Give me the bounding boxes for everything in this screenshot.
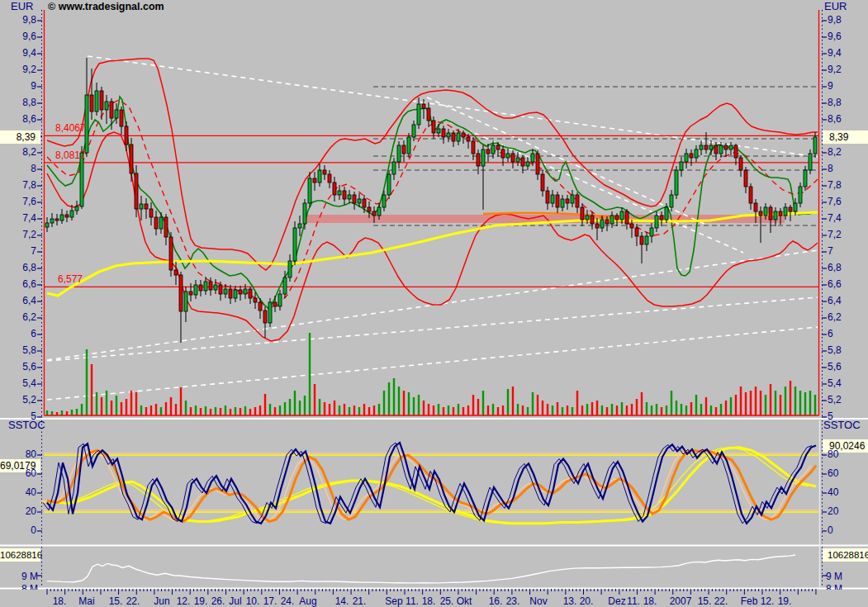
candle-body <box>447 133 450 137</box>
candle-body <box>224 289 227 294</box>
candle-body <box>734 145 738 158</box>
candle-body <box>675 170 678 195</box>
candle-body <box>521 158 524 166</box>
candle-body <box>744 170 747 187</box>
volume-bar <box>581 405 583 415</box>
candle-body <box>377 207 381 216</box>
volume-bar <box>804 392 806 415</box>
candle-body <box>338 191 341 195</box>
volume-bar <box>715 407 717 415</box>
trendline-dashed <box>88 56 818 157</box>
volume-tick-9m-left: 9 M <box>0 571 38 582</box>
candle-body <box>363 199 366 207</box>
candle-body <box>536 154 539 174</box>
volume-bar <box>76 409 78 415</box>
volume-bar <box>249 409 251 415</box>
volume-bar <box>730 397 732 415</box>
hline-label-8-4067: 8,4067 <box>55 122 86 134</box>
volume-bar <box>681 404 682 415</box>
trendline-dashed <box>47 297 818 361</box>
candle-body <box>149 209 153 217</box>
volume-bar <box>418 395 420 415</box>
volume-bar <box>438 404 439 415</box>
volume-bar <box>760 391 761 415</box>
volume-bar <box>254 407 256 415</box>
volume-bar <box>66 411 68 415</box>
volume-bar <box>661 407 662 415</box>
volume-bar <box>299 401 301 415</box>
volume-bar <box>106 391 107 415</box>
candle-body <box>630 224 633 228</box>
candle-body <box>670 195 673 207</box>
candle-body <box>254 298 257 302</box>
volume-bar <box>809 391 811 415</box>
volume-bar <box>96 392 97 415</box>
volume-bar <box>547 404 548 415</box>
volume-bar <box>309 333 311 415</box>
candle-body <box>789 207 792 211</box>
candle-body <box>799 187 802 203</box>
candle-body <box>491 145 495 154</box>
volume-bar <box>467 405 469 415</box>
volume-bar <box>462 407 464 415</box>
candle-body <box>769 207 772 220</box>
candle-body <box>298 224 301 228</box>
volume-bar <box>720 404 722 415</box>
volume-bar <box>61 410 63 415</box>
candle-body <box>645 236 648 244</box>
candle-body <box>179 275 183 311</box>
candle-body <box>620 211 624 220</box>
candle-body <box>437 129 440 133</box>
volume-bar <box>794 386 796 415</box>
candle-body <box>581 207 584 220</box>
candle-body <box>764 207 767 216</box>
volume-value-label-right: 10628816 <box>823 548 868 562</box>
candle-body <box>60 215 64 221</box>
volume-bar <box>567 405 568 415</box>
chart-canvas[interactable] <box>0 0 868 607</box>
candle-body <box>625 211 628 224</box>
volume-tick-8m-left: 8 M <box>0 583 38 590</box>
volume-bar <box>695 395 697 415</box>
volume-bar <box>770 384 771 415</box>
volume-bar <box>443 407 444 415</box>
volume-bar <box>170 397 172 415</box>
sstoc-value-label-right: 90,0246 <box>823 439 868 453</box>
sstoc-title-right: SSTOC <box>823 420 861 431</box>
candle-body <box>496 145 500 149</box>
volume-bar <box>799 391 801 415</box>
candle-body <box>154 217 158 229</box>
candle-body <box>214 285 217 290</box>
candle-body <box>452 133 455 141</box>
left-axis-unit: EUR <box>11 1 33 12</box>
volume-bar <box>576 391 578 415</box>
volume-bar <box>775 391 776 415</box>
volume-bar <box>572 407 573 415</box>
volume-bar <box>393 378 395 415</box>
volume-bar <box>472 395 474 415</box>
volume-bar <box>269 404 271 415</box>
candle-body <box>328 174 331 183</box>
candle-body <box>685 154 688 162</box>
volume-bar <box>205 406 206 415</box>
volume-bar <box>190 407 192 415</box>
candle-body <box>759 211 762 216</box>
volume-bar <box>685 405 687 415</box>
candle-body <box>145 204 148 209</box>
volume-bar <box>403 391 405 415</box>
candle-body <box>120 110 123 126</box>
candle-body <box>724 145 728 149</box>
volume-bar <box>111 401 112 415</box>
volume-bar <box>601 405 603 415</box>
volume-bar <box>646 402 647 415</box>
volume-bar <box>230 409 231 415</box>
candle-body <box>55 219 59 221</box>
volume-bar <box>542 401 543 415</box>
candle-body <box>516 158 519 162</box>
candle-body <box>571 195 574 203</box>
volume-bar <box>735 395 737 415</box>
candle-body <box>343 191 346 199</box>
volume-bar <box>121 402 122 415</box>
candle-body <box>813 137 817 154</box>
volume-bar <box>358 407 360 415</box>
